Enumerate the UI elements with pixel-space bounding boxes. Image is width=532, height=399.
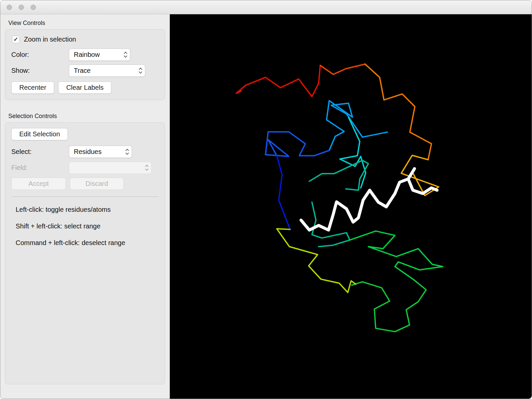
selection-controls-title: Selection Controls (8, 113, 170, 120)
show-dropdown[interactable]: Trace (69, 65, 145, 77)
app-window: View Controls ✓ Zoom in selection Color:… (0, 0, 532, 399)
trace-segment-green-mid (350, 231, 443, 280)
protein-trace (170, 14, 532, 399)
window-content: View Controls ✓ Zoom in selection Color:… (0, 14, 532, 399)
field-label: Field: (11, 164, 69, 172)
trace-segment-orange (365, 64, 432, 160)
trace-segment-cyan (340, 117, 366, 188)
select-row: Select: Residues (11, 146, 159, 158)
help-line-command-click: Command + left-click: deselect range (16, 239, 159, 247)
color-row: Color: Rainbow (11, 49, 159, 61)
checkbox-check-icon: ✓ (12, 36, 20, 43)
select-dropdown[interactable]: Residues (69, 146, 132, 158)
accept-button: Accept (11, 178, 66, 190)
help-line-shift-click: Shift + left-click: select range (16, 222, 159, 230)
title-bar (0, 0, 532, 14)
selection-buttons-row: Accept Discard (11, 178, 159, 190)
field-row: Field: (11, 162, 159, 174)
chevron-updown-icon (138, 66, 143, 75)
select-label: Select: (11, 148, 69, 156)
discard-button: Discard (70, 178, 124, 190)
viewport-canvas[interactable] (170, 14, 532, 399)
color-dropdown-value: Rainbow (74, 51, 100, 59)
trace-segment-red-orange (320, 64, 365, 74)
zoom-button[interactable] (31, 5, 36, 10)
trace-segment-red (236, 66, 321, 97)
checkbox-label: Zoom in selection (24, 36, 76, 43)
clear-labels-button[interactable]: Clear Labels (58, 81, 111, 94)
field-dropdown (69, 162, 152, 174)
zoom-in-selection-checkbox[interactable]: ✓ Zoom in selection (12, 36, 159, 43)
divider (12, 197, 159, 197)
view-controls-title: View Controls (8, 20, 170, 27)
trace-segment-white-highlight (301, 179, 437, 230)
chevron-updown-icon (125, 148, 130, 156)
close-button[interactable] (7, 5, 12, 10)
select-dropdown-value: Residues (74, 148, 101, 156)
minimize-button[interactable] (19, 5, 24, 10)
trace-segment-yellow-green (277, 229, 356, 293)
chevron-updown-icon (144, 164, 149, 172)
trace-segment-blue (265, 132, 329, 156)
help-line-left-click: Left-click: toggle residues/atoms (16, 206, 159, 213)
trace-segment-dark-blue (277, 156, 290, 229)
color-label: Color: (11, 51, 69, 59)
trace-segment-green-bottom (352, 280, 426, 332)
chevron-updown-icon (123, 51, 128, 59)
selection-controls-group: Edit Selection Select: Residues (5, 122, 165, 384)
view-controls-group: ✓ Zoom in selection Color: Rainbow (5, 29, 165, 100)
edit-selection-button[interactable]: Edit Selection (11, 128, 68, 140)
trace-segment-sky-blue (327, 101, 387, 151)
trace-segment-teal-upper (309, 160, 368, 190)
show-dropdown-value: Trace (74, 67, 90, 74)
color-dropdown[interactable]: Rainbow (69, 49, 130, 61)
sidebar: View Controls ✓ Zoom in selection Color:… (0, 14, 170, 399)
show-row: Show: Trace (11, 65, 159, 77)
view-buttons-row: Recenter Clear Labels (11, 81, 159, 94)
show-label: Show: (11, 67, 69, 74)
recenter-button[interactable]: Recenter (11, 81, 54, 94)
